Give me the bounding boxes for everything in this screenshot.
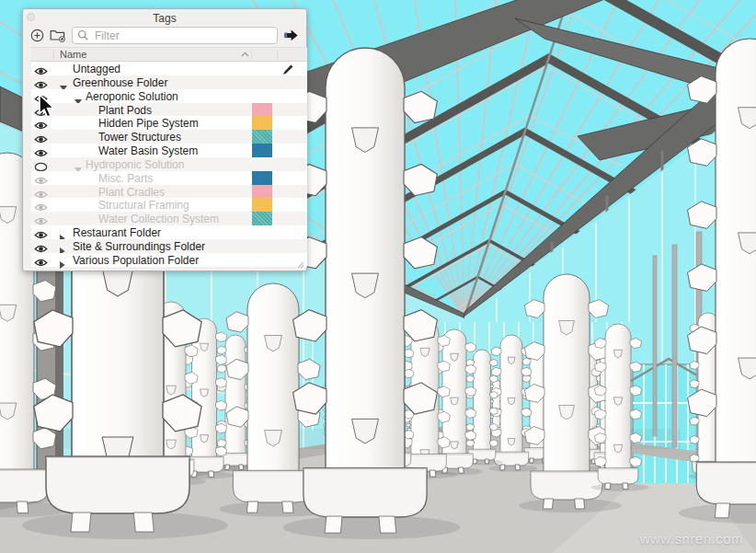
- tag-label: Greenhouse Folder: [73, 76, 167, 89]
- watermark-text: www.snren.com: [640, 531, 743, 547]
- add-tag-button[interactable]: [30, 29, 44, 42]
- tag-row-structural-framing[interactable]: Structural Framing: [31, 198, 307, 212]
- visibility-eye-icon[interactable]: [34, 173, 48, 183]
- tag-label: Hydroponic Solution: [86, 158, 184, 171]
- tag-label: Plant Cradles: [98, 186, 165, 199]
- tag-row-misc-parts[interactable]: Misc. Parts: [31, 171, 307, 185]
- tag-label: Restaurant Folder: [73, 226, 161, 239]
- expand-arrow-icon[interactable]: [60, 256, 65, 272]
- visibility-eye-icon[interactable]: [34, 213, 48, 224]
- filter-input[interactable]: [72, 27, 278, 44]
- tags-table-header[interactable]: Name: [31, 47, 307, 62]
- tag-label: Site & Surroundings Folder: [73, 240, 205, 253]
- column-separator: [53, 50, 54, 59]
- tags-panel-titlebar: Tags: [23, 9, 306, 25]
- tag-color-swatch[interactable]: [252, 171, 272, 185]
- tag-color-swatch[interactable]: [252, 185, 272, 199]
- mouse-cursor: [38, 94, 60, 120]
- visibility-eye-icon[interactable]: [34, 145, 48, 156]
- tag-row-hydroponic-solution[interactable]: Hydroponic Solution: [31, 157, 307, 171]
- tags-toolbar: [23, 24, 306, 46]
- visibility-eye-icon[interactable]: [34, 77, 48, 87]
- tag-label: Plant Pods: [98, 104, 152, 117]
- tag-color-swatch[interactable]: [252, 116, 272, 130]
- visibility-eye-icon[interactable]: [34, 241, 48, 251]
- tag-color-swatch[interactable]: [252, 144, 272, 157]
- tag-rows-list: Untagged Greenhouse Folder Aeroponic Sol…: [31, 62, 307, 267]
- tag-label: Misc. Parts: [98, 172, 153, 185]
- panel-title: Tags: [23, 9, 306, 25]
- tag-row-site-surroundings-folder[interactable]: Site & Surroundings Folder: [31, 239, 307, 253]
- visibility-eye-icon[interactable]: [34, 227, 48, 237]
- visibility-eye-icon[interactable]: [34, 118, 48, 128]
- tags-panel: Tags: [22, 8, 307, 271]
- folder-plus-icon: [50, 29, 66, 42]
- tag-row-untagged[interactable]: Untagged: [31, 62, 307, 75]
- visibility-eye-icon[interactable]: [34, 200, 48, 210]
- visibility-eye-icon[interactable]: [34, 255, 48, 265]
- tag-label: Water Basin System: [98, 144, 198, 157]
- tag-color-swatch[interactable]: [252, 198, 272, 212]
- tag-row-water-basin-system[interactable]: Water Basin System: [31, 144, 307, 157]
- tag-label: Aeroponic Solution: [86, 90, 178, 103]
- details-arrow-button[interactable]: [283, 29, 299, 42]
- visibility-eye-icon[interactable]: [34, 132, 48, 142]
- tag-label: Hidden Pipe System: [98, 117, 199, 130]
- tag-row-plant-cradles[interactable]: Plant Cradles: [31, 185, 307, 199]
- tag-label: Untagged: [73, 63, 120, 75]
- visibility-eye-icon[interactable]: [34, 63, 48, 74]
- add-folder-button[interactable]: [50, 29, 66, 42]
- tag-label: Various Population Folder: [73, 254, 199, 267]
- details-arrow-icon: [283, 29, 299, 42]
- visibility-eye-icon[interactable]: [34, 187, 48, 197]
- tag-row-aeroponic-solution[interactable]: Aeroponic Solution: [31, 89, 307, 103]
- resize-grip[interactable]: [295, 259, 304, 269]
- tag-label: Structural Framing: [98, 199, 189, 212]
- filter-field-wrap: [72, 27, 278, 44]
- column-separator: [277, 50, 278, 59]
- tag-label: Water Collection System: [98, 213, 219, 225]
- tag-row-tower-structures[interactable]: Tower Structures: [31, 130, 307, 144]
- tag-color-swatch[interactable]: [252, 103, 272, 117]
- tag-row-greenhouse-folder[interactable]: Greenhouse Folder: [31, 75, 307, 89]
- search-icon: [77, 29, 89, 41]
- application-window: www.snren.com Tags: [0, 0, 756, 553]
- sort-chevron-up-icon: [241, 52, 249, 57]
- tag-row-hidden-pipe-system[interactable]: Hidden Pipe System: [31, 116, 307, 130]
- tag-color-swatch[interactable]: [252, 212, 272, 225]
- tag-color-swatch[interactable]: [252, 130, 272, 144]
- circle-plus-icon: [30, 29, 44, 42]
- tag-row-restaurant-folder[interactable]: Restaurant Folder: [31, 225, 307, 239]
- tag-label: Tower Structures: [98, 131, 181, 144]
- tag-row-plant-pods[interactable]: Plant Pods: [31, 103, 307, 117]
- column-separator: [251, 50, 252, 59]
- visibility-eye-icon[interactable]: [34, 159, 48, 169]
- tag-row-various-population-folder[interactable]: Various Population Folder: [31, 253, 307, 267]
- tag-row-water-collection-system[interactable]: Water Collection System: [31, 212, 307, 225]
- name-column-header[interactable]: Name: [60, 49, 86, 60]
- tags-table: Name Untagged Greenhouse Folder Aeroponi…: [31, 47, 307, 267]
- panel-close-dot[interactable]: [27, 13, 35, 21]
